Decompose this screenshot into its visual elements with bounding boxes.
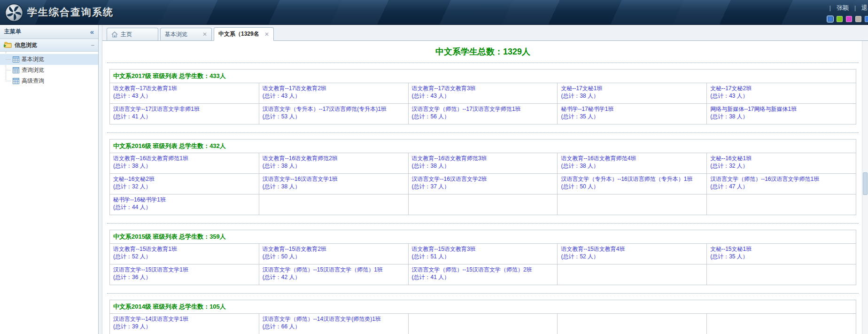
class-cell: 语文教育--16语文教育师范3班(总计：38 人） <box>408 153 558 174</box>
class-cell: 汉语言文学（专升本）--17汉语言师范(专升本)1班(总计：53 人） <box>259 104 408 124</box>
sidebar-item-advanced-query[interactable]: 高级查询 <box>0 76 98 86</box>
class-link[interactable]: 汉语言文学--17汉语言文学非师1班 <box>113 105 256 113</box>
magenta-theme-swatch[interactable] <box>846 16 852 22</box>
grid-icon <box>13 78 19 84</box>
app-title: 学生综合查询系统 <box>27 6 114 19</box>
class-link[interactable]: 语文教育--17语文教育2班 <box>263 85 405 92</box>
class-link[interactable]: 语文教育--15语文教育3班 <box>412 245 554 253</box>
separator: | <box>854 5 856 11</box>
class-link[interactable]: 语文教育--15语文教育4班 <box>561 245 703 253</box>
sidebar-tree: 基本浏览 查询浏览 <box>0 52 98 86</box>
tab-label: 主页 <box>121 31 132 39</box>
class-total: (总计：50 人） <box>561 183 599 190</box>
class-total: (总计：38 人） <box>561 93 599 99</box>
class-total: (总计：52 人） <box>113 253 151 260</box>
class-link[interactable]: 汉语言文学（师范）--17汉语言文学师范1班 <box>412 105 554 113</box>
class-cell: 汉语言文学（师范）--17汉语言文学师范1班(总计：56 人） <box>408 104 558 124</box>
panel-splitter[interactable] <box>99 25 102 334</box>
table-row: 汉语言文学--14汉语言文学1班(总计：39 人）汉语言文学（师范）--14汉语… <box>110 314 856 334</box>
class-cell: 汉语言文学（师范）--14汉语言文学(师范类)1班(总计：66 人） <box>259 314 408 334</box>
class-link[interactable]: 文秘--15文秘1班 <box>710 245 852 253</box>
tab-chinese-dept[interactable]: 中文系（1329名 ✕ <box>214 27 274 41</box>
class-link[interactable]: 语文教育--15语文教育1班 <box>113 245 256 253</box>
class-link[interactable]: 文秘--16文秘2班 <box>113 175 256 183</box>
class-total: (总计：44 人） <box>113 204 151 210</box>
main-panel: 主页 基本浏览 ✕ 中文系（1329名 ✕ 中文系学生总数：1329人 中文系2… <box>102 25 868 334</box>
section-header: 中文系2015级 班级列表 总学生数：359人 <box>110 230 856 244</box>
class-total: (总计：38 人） <box>263 183 301 190</box>
class-link[interactable]: 语文教育--16语文教育师范4班 <box>561 155 703 162</box>
section-header: 中文系2016级 班级列表 总学生数：432人 <box>110 140 856 153</box>
class-link[interactable]: 汉语言文学（师范）--15汉语言文学（师范）1班 <box>263 266 405 273</box>
class-link[interactable]: 文秘--17文秘1班 <box>561 85 703 92</box>
close-icon[interactable]: ✕ <box>264 31 269 37</box>
class-total: (总计：52 人） <box>561 253 599 260</box>
sidebar-section-info-browse[interactable]: 信息浏览 − <box>0 39 98 52</box>
class-cell: 汉语言文学（专升本）--16汉语言师范（专升本）1班(总计：50 人） <box>558 174 707 194</box>
blue2-theme-swatch[interactable] <box>865 16 868 22</box>
class-link[interactable]: 语文教育--17语文教育1班 <box>113 85 256 92</box>
sidebar-title: 主菜单 <box>4 28 21 36</box>
table-row: 语文教育--15语文教育1班(总计：52 人）语文教育--15语文教育2班(总计… <box>110 244 856 264</box>
class-link[interactable]: 秘书学--16秘书学1班 <box>113 196 256 203</box>
sidebar-item-query-browse[interactable]: 查询浏览 <box>0 65 98 76</box>
collapse-minus-icon[interactable]: − <box>91 42 94 49</box>
class-link[interactable]: 汉语言文学（专升本）--17汉语言师范(专升本)1班 <box>263 105 405 113</box>
class-total: (总计：38 人） <box>263 163 301 169</box>
table-row: 文秘--16文秘2班(总计：32 人）汉语言文学--16汉语言文学1班(总计：3… <box>110 174 856 194</box>
sidebar-collapse-button[interactable]: « <box>90 28 94 35</box>
class-link[interactable]: 汉语言文学（专升本）--16汉语言师范（专升本）1班 <box>561 175 703 183</box>
class-link[interactable]: 汉语言文学（师范）--15汉语言文学（师范）2班 <box>412 266 554 273</box>
empty-cell <box>259 194 408 215</box>
class-cell: 文秘--16文秘2班(总计：32 人） <box>110 174 259 194</box>
class-link[interactable]: 汉语言文学--14汉语言文学1班 <box>113 315 256 323</box>
dotted-separator <box>107 132 859 133</box>
class-cell: 汉语言文学--15汉语言文学1班(总计：36 人） <box>110 264 259 285</box>
class-total: (总计：39 人） <box>113 323 151 330</box>
class-link[interactable]: 语文教育--16语文教育师范1班 <box>113 155 256 162</box>
class-link[interactable]: 语文教育--15语文教育2班 <box>263 245 405 253</box>
scrollbar-thumb[interactable] <box>863 172 868 195</box>
class-total: (总计：32 人） <box>710 163 748 169</box>
sections-container: 中文系2017级 班级列表 总学生数：433人语文教育--17语文教育1班(总计… <box>107 69 859 334</box>
class-link[interactable]: 汉语言文学--15汉语言文学1班 <box>113 266 256 273</box>
class-link[interactable]: 语文教育--16语文教育师范3班 <box>412 155 554 162</box>
gray-theme-swatch[interactable] <box>855 16 861 22</box>
class-link[interactable]: 语文教育--17语文教育3班 <box>412 85 554 92</box>
class-link[interactable]: 文秘--17文秘2班 <box>710 85 852 92</box>
dotted-separator <box>107 223 859 224</box>
class-link[interactable]: 秘书学--17秘书学1班 <box>561 105 703 113</box>
sidebar-header: 主菜单 « <box>0 25 98 39</box>
empty-cell <box>707 314 856 334</box>
blue-theme-swatch[interactable] <box>827 16 833 22</box>
class-cell: 语文教育--15语文教育2班(总计：50 人） <box>259 244 408 264</box>
class-total: (总计：43 人） <box>710 93 748 99</box>
class-link[interactable]: 文秘--16文秘1班 <box>710 155 852 162</box>
class-link[interactable]: 网络与新媒体--17网络与新媒体1班 <box>710 105 852 113</box>
empty-cell <box>408 194 558 215</box>
class-link[interactable]: 汉语言文学--16汉语言文学1班 <box>263 175 405 183</box>
class-total: (总计：50 人） <box>263 253 301 260</box>
page-title: 中文系学生总数：1329人 <box>107 46 859 57</box>
class-link[interactable]: 汉语言文学（师范）--16汉语言文学师范1班 <box>710 175 852 183</box>
empty-cell <box>408 314 558 334</box>
close-icon[interactable]: ✕ <box>202 31 207 37</box>
class-link[interactable]: 汉语言文学（师范）--14汉语言文学(师范类)1班 <box>263 315 405 323</box>
class-total: (总计：43 人） <box>412 93 450 99</box>
tab-home[interactable]: 主页 <box>107 28 158 40</box>
class-cell: 语文教育--16语文教育师范1班(总计：38 人） <box>110 153 259 174</box>
class-cell: 汉语言文学--16汉语言文学2班(总计：37 人） <box>408 174 558 194</box>
green-theme-swatch[interactable] <box>837 16 843 22</box>
class-cell: 语文教育--17语文教育2班(总计：43 人） <box>259 83 408 104</box>
dotted-separator <box>107 62 859 63</box>
sidebar-item-basic-browse[interactable]: 基本浏览 <box>0 54 98 65</box>
class-cell: 文秘--17文秘2班(总计：43 人） <box>707 83 856 104</box>
tab-label: 基本浏览 <box>165 31 187 39</box>
table-row: 语文教育--17语文教育1班(总计：43 人）语文教育--17语文教育2班(总计… <box>110 83 856 104</box>
dotted-separator <box>107 293 859 294</box>
logout-link[interactable]: 退出 <box>861 4 868 12</box>
tab-basic-browse[interactable]: 基本浏览 ✕ <box>160 28 212 40</box>
vertical-scrollbar[interactable] <box>862 41 868 334</box>
class-link[interactable]: 语文教育--16语文教育师范2班 <box>263 155 405 162</box>
class-link[interactable]: 汉语言文学--16汉语言文学2班 <box>412 175 554 183</box>
